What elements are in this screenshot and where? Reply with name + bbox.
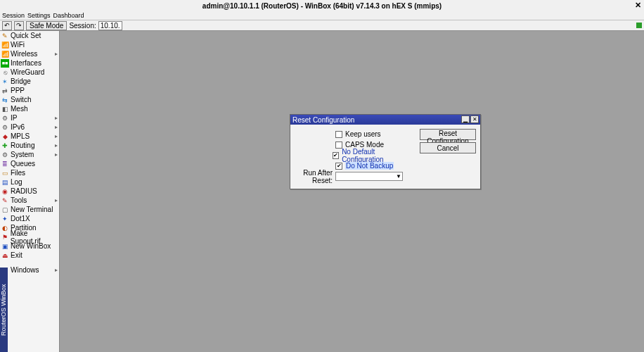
reset-configuration-button[interactable]: Reset Configuration xyxy=(420,129,476,140)
ppp-icon: ⇄ xyxy=(1,87,9,95)
sidebar-item-ipv6[interactable]: ⚙IPv6▸ xyxy=(0,122,59,132)
sidebar-item-queues[interactable]: ≣Queues xyxy=(0,159,59,168)
mpls-icon: ◆ xyxy=(1,132,9,141)
wireguard-icon: ⎋ xyxy=(1,68,9,77)
sidebar-item-exit[interactable]: ⏏Exit xyxy=(0,251,59,260)
chevron-right-icon: ▸ xyxy=(55,151,58,158)
quick-set-icon: ✎ xyxy=(1,32,9,40)
sidebar-item-routing[interactable]: ✚Routing▸ xyxy=(0,141,59,150)
sidebar-item-label: WiFi xyxy=(11,41,25,49)
minimize-icon[interactable]: ▁ xyxy=(461,115,470,123)
close-icon[interactable]: ✕ xyxy=(635,1,641,10)
sidebar-item-label: Queues xyxy=(11,160,35,168)
chevron-right-icon: ▸ xyxy=(55,197,58,203)
sidebar-item-label: Tools xyxy=(11,196,27,204)
sidebar-item-wifi[interactable]: 📶WiFi xyxy=(0,40,59,49)
chevron-right-icon: ▸ xyxy=(55,124,58,130)
keep-users-checkbox[interactable] xyxy=(335,131,342,138)
sidebar-item-system[interactable]: ⚙System▸ xyxy=(0,150,59,159)
menu-session[interactable]: Session xyxy=(2,12,25,19)
sidebar-item-new-winbox[interactable]: ▣New WinBox xyxy=(0,241,59,251)
chevron-right-icon: ▸ xyxy=(55,267,58,273)
sidebar-item-label: Windows xyxy=(11,266,39,274)
sidebar-item-label: Bridge xyxy=(11,77,31,85)
dialog-title: Reset Configuration xyxy=(292,116,354,124)
menu-dashboard[interactable]: Dashboard xyxy=(53,12,84,19)
sidebar-item-label: MPLS xyxy=(11,132,30,140)
log-icon: ▤ xyxy=(1,178,9,187)
sidebar-item-wireless[interactable]: 📶Wireless▸ xyxy=(0,49,59,58)
sidebar-item-label: New Terminal xyxy=(11,206,53,213)
sidebar-item-new-terminal[interactable]: ▢New Terminal xyxy=(0,205,59,214)
sidebar-item-label: RADIUS xyxy=(11,187,37,195)
switch-icon: ⇆ xyxy=(1,96,9,104)
exit-icon: ⏏ xyxy=(1,251,9,260)
sidebar-item-label: Quick Set xyxy=(11,32,41,39)
sidebar-item-quick-set[interactable]: ✎Quick Set xyxy=(0,31,59,40)
new-winbox-icon: ▣ xyxy=(1,242,9,251)
sidebar-item-label: Files xyxy=(11,169,25,177)
session-label: Session: xyxy=(69,22,96,30)
run-after-label: Run After Reset: xyxy=(295,169,335,184)
dialog-titlebar[interactable]: Reset Configuration ▁ ✕ xyxy=(290,115,480,125)
sidebar-item-log[interactable]: ▤Log xyxy=(0,177,59,187)
run-after-select[interactable]: ▼ xyxy=(335,172,403,181)
wireless-icon: 📶 xyxy=(1,50,9,58)
sidebar-item-label: System xyxy=(11,151,34,158)
sidebar-item-mpls[interactable]: ◆MPLS▸ xyxy=(0,132,59,141)
chevron-right-icon: ▸ xyxy=(55,142,58,149)
close-dialog-icon[interactable]: ✕ xyxy=(470,115,479,123)
safe-mode-button[interactable]: Safe Mode xyxy=(26,21,67,30)
sidebar-item-label: IPv6 xyxy=(11,123,25,131)
no-default-label: No Default Configuration xyxy=(342,148,413,163)
sidebar-item-wireguard[interactable]: ⎋WireGuard xyxy=(0,68,59,77)
cancel-button[interactable]: Cancel xyxy=(420,142,476,153)
chevron-right-icon: ▸ xyxy=(55,133,58,139)
sidebar-item-label: Routing xyxy=(11,142,34,149)
interfaces-icon: ■■ xyxy=(1,59,9,68)
chevron-down-icon: ▼ xyxy=(396,173,401,180)
undo-button[interactable]: ↶ xyxy=(2,21,12,30)
sidebar-item-label: Wireless xyxy=(11,50,37,58)
no-default-checkbox[interactable] xyxy=(333,152,339,159)
sidebar-item-label: Mesh xyxy=(11,105,27,113)
redo-button[interactable]: ↷ xyxy=(14,21,24,30)
reset-configuration-dialog: Reset Configuration ▁ ✕ Keep users CAPS … xyxy=(290,114,481,189)
sidebar-item-label: Log xyxy=(11,178,22,186)
files-icon: ▭ xyxy=(1,169,9,177)
sidebar-item-ppp[interactable]: ⇄PPP xyxy=(0,86,59,95)
window-title: admin@10.10.1.1 (RouterOS) - WinBox (64b… xyxy=(202,2,442,10)
sidebar-item-label: Switch xyxy=(11,96,31,103)
menubar: Session Settings Dashboard xyxy=(0,11,644,20)
mesh-icon: ◧ xyxy=(1,105,9,113)
keep-users-label: Keep users xyxy=(345,130,381,138)
session-input[interactable] xyxy=(98,21,122,30)
queues-icon: ≣ xyxy=(1,160,9,168)
sidebar-item-bridge[interactable]: ✶Bridge xyxy=(0,77,59,86)
sidebar-item-label: IP xyxy=(11,114,17,122)
sidebar-item-label: WireGuard xyxy=(11,68,44,76)
sidebar-item-label: Exit xyxy=(11,251,22,259)
menu-settings[interactable]: Settings xyxy=(27,12,51,19)
sidebar-item-dot1x[interactable]: ✦Dot1X xyxy=(0,214,59,223)
sidebar-item-radius[interactable]: ◉RADIUS xyxy=(0,187,59,196)
sidebar-item-files[interactable]: ▭Files xyxy=(0,168,59,177)
sidebar-item-make-supout-rif[interactable]: ⚑Make Supout.rif xyxy=(0,232,59,241)
sidebar-item-mesh[interactable]: ◧Mesh xyxy=(0,104,59,113)
sidebar-item-label: PPP xyxy=(11,87,25,94)
window-titlebar: admin@10.10.1.1 (RouterOS) - WinBox (64b… xyxy=(0,0,644,11)
sidebar-item-label: Interfaces xyxy=(11,59,41,67)
sidebar-item-windows[interactable]: ▣ Windows ▸ xyxy=(0,265,59,275)
partition-icon: ◐ xyxy=(1,224,9,232)
sidebar-item-interfaces[interactable]: ■■Interfaces xyxy=(0,58,59,68)
sidebar-item-label: Dot1X xyxy=(11,215,30,222)
do-not-backup-label: Do Not Backup xyxy=(345,162,394,170)
do-not-backup-checkbox[interactable] xyxy=(335,163,342,170)
sidebar-item-switch[interactable]: ⇆Switch xyxy=(0,95,59,104)
sidebar-item-tools[interactable]: ✎Tools▸ xyxy=(0,196,59,205)
make-supout-rif-icon: ⚑ xyxy=(1,233,9,241)
chevron-right-icon: ▸ xyxy=(55,51,58,57)
system-icon: ⚙ xyxy=(1,151,9,159)
sidebar-item-ip[interactable]: ⚙IP▸ xyxy=(0,113,59,122)
routing-icon: ✚ xyxy=(1,142,9,150)
